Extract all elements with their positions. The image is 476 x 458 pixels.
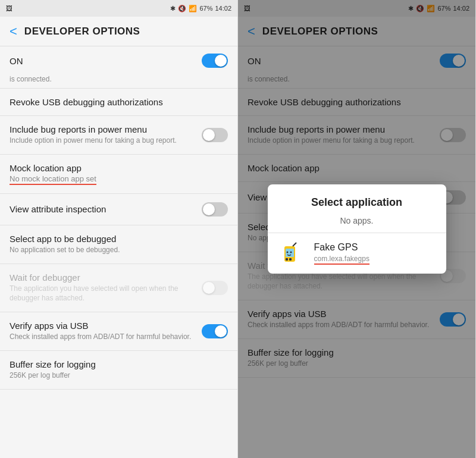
dialog-title: Select application [268, 196, 446, 209]
app-info-fake-gps: Fake GPS com.lexa.fakegps [314, 242, 434, 265]
svg-line-4 [293, 243, 296, 246]
signal-icon: 📶 [189, 5, 197, 12]
top-bar-left: < DEVELOPER OPTIONS [0, 17, 237, 46]
dialog-app-row[interactable]: Fake GPS com.lexa.fakegps [268, 233, 446, 274]
buffer-size-subtitle-left: 256K per log buffer [10, 371, 228, 381]
on-toggle-left[interactable] [202, 54, 228, 68]
view-attribute-title-left: View attribute inspection [10, 204, 202, 214]
debug-app-subtitle-left: No application set to be debugged. [10, 245, 228, 255]
status-bar-left: 🖼 ✱ 🔇 📶 67% 14:02 [0, 0, 237, 17]
wait-debugger-toggle-left [202, 281, 228, 295]
content-left: ON is connected. Revoke USB debugging au… [0, 46, 237, 458]
app-name-fake-gps: Fake GPS [314, 242, 434, 253]
app-package-fake-gps: com.lexa.fakegps [314, 255, 369, 265]
mute-icon: 🔇 [178, 5, 186, 12]
svg-point-6 [290, 252, 292, 253]
setting-bug-reports-left[interactable]: Include bug reports in power menu Includ… [0, 116, 237, 154]
notification-icon: 🖼 [6, 5, 12, 12]
dialog-no-apps: No apps. [268, 214, 446, 233]
connected-text-left: is connected. [0, 75, 237, 88]
revoke-usb-title-left: Revoke USB debugging authorizations [10, 97, 228, 107]
battery-text: 67% [199, 5, 212, 12]
on-label-left: ON [10, 56, 23, 66]
verify-usb-subtitle-left: Check installed apps from ADB/ADT for ha… [10, 332, 202, 342]
svg-rect-2 [286, 258, 288, 261]
wait-debugger-subtitle-left: The application you have selected will o… [10, 284, 202, 304]
setting-revoke-usb-left[interactable]: Revoke USB debugging authorizations [0, 89, 237, 115]
debug-app-title-left: Select app to be debugged [10, 234, 228, 244]
back-button-left[interactable]: < [10, 24, 17, 39]
svg-point-5 [286, 252, 288, 253]
app-icon-fake-gps [280, 240, 306, 266]
status-left-icons: 🖼 [6, 5, 12, 12]
bug-reports-title-left: Include bug reports in power menu [10, 124, 202, 134]
panel-left: 🖼 ✱ 🔇 📶 67% 14:02 < DEVELOPER OPTIONS ON… [0, 0, 238, 458]
setting-verify-usb-left[interactable]: Verify apps via USB Check installed apps… [0, 312, 237, 350]
verify-usb-title-left: Verify apps via USB [10, 321, 202, 331]
setting-view-attribute-left[interactable]: View attribute inspection [0, 194, 237, 225]
bug-reports-subtitle-left: Include option in power menu for taking … [10, 136, 202, 146]
setting-mock-location-left[interactable]: Mock location app No mock location app s… [0, 155, 237, 193]
buffer-size-title-left: Buffer size for logging [10, 359, 228, 369]
svg-rect-3 [289, 258, 292, 261]
time-text: 14:02 [215, 5, 231, 12]
bug-reports-toggle-left[interactable] [202, 128, 228, 142]
wait-debugger-title-left: Wait for debugger [10, 272, 202, 283]
setting-buffer-size-left[interactable]: Buffer size for logging 256K per log buf… [0, 351, 237, 389]
verify-usb-toggle-left[interactable] [202, 324, 228, 338]
setting-debug-app-left[interactable]: Select app to be debugged No application… [0, 225, 237, 263]
on-row-left: ON [0, 46, 237, 75]
select-application-dialog: Select application No apps. [268, 184, 446, 274]
mock-location-value-left: No mock location app set [10, 174, 96, 185]
view-attribute-toggle-left[interactable] [202, 202, 228, 217]
panel-right: 🖼 ✱ 🔇 📶 67% 14:02 < DEVELOPER OPTIONS ON… [238, 0, 476, 458]
status-right-icons: ✱ 🔇 📶 67% 14:02 [170, 5, 231, 12]
screen-title-left: DEVELOPER OPTIONS [24, 26, 140, 37]
mock-location-title-left: Mock location app [10, 163, 228, 173]
dialog-overlay: Select application No apps. [238, 0, 475, 458]
bluetooth-icon: ✱ [170, 5, 176, 12]
setting-wait-debugger-left: Wait for debugger The application you ha… [0, 264, 237, 312]
